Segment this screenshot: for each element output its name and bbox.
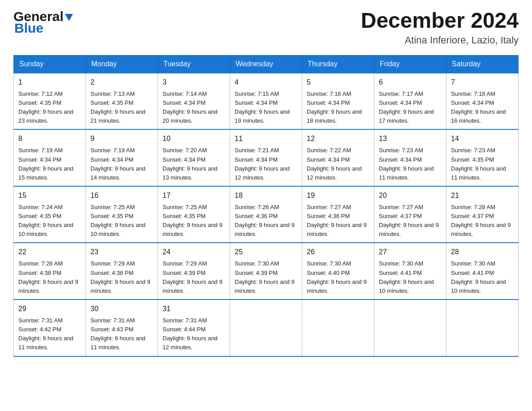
- calendar-cell: 16Sunrise: 7:25 AMSunset: 4:35 PMDayligh…: [86, 186, 158, 243]
- day-info: Sunrise: 7:27 AMSunset: 4:37 PMDaylight:…: [379, 203, 442, 239]
- day-info: Sunrise: 7:31 AMSunset: 4:42 PMDaylight:…: [18, 316, 81, 352]
- day-number: 31: [163, 304, 225, 314]
- day-info: Sunrise: 7:29 AMSunset: 4:39 PMDaylight:…: [163, 259, 225, 295]
- page-header: General Blue December 2024 Atina Inferio…: [13, 9, 519, 46]
- calendar-cell: 21Sunrise: 7:28 AMSunset: 4:37 PMDayligh…: [446, 186, 519, 243]
- weekday-header-friday: Friday: [374, 55, 446, 73]
- calendar-cell: 14Sunrise: 7:23 AMSunset: 4:35 PMDayligh…: [446, 129, 519, 186]
- day-info: Sunrise: 7:19 AMSunset: 4:34 PMDaylight:…: [90, 146, 153, 182]
- day-number: 8: [18, 133, 81, 144]
- day-number: 2: [90, 77, 153, 88]
- weekday-header-thursday: Thursday: [302, 55, 374, 73]
- day-info: Sunrise: 7:30 AMSunset: 4:40 PMDaylight:…: [307, 259, 369, 295]
- day-info: Sunrise: 7:18 AMSunset: 4:34 PMDaylight:…: [451, 90, 514, 126]
- calendar-week-row: 8Sunrise: 7:19 AMSunset: 4:34 PMDaylight…: [14, 129, 519, 186]
- day-number: 24: [163, 247, 225, 257]
- day-number: 21: [451, 190, 514, 201]
- weekday-header-row: SundayMondayTuesdayWednesdayThursdayFrid…: [14, 55, 519, 73]
- weekday-header-saturday: Saturday: [446, 55, 519, 73]
- calendar-cell: [230, 300, 302, 356]
- calendar-cell: 25Sunrise: 7:30 AMSunset: 4:39 PMDayligh…: [230, 243, 302, 300]
- calendar-week-row: 22Sunrise: 7:28 AMSunset: 4:38 PMDayligh…: [14, 243, 519, 300]
- day-info: Sunrise: 7:25 AMSunset: 4:35 PMDaylight:…: [163, 203, 225, 239]
- calendar-cell: 30Sunrise: 7:31 AMSunset: 4:43 PMDayligh…: [86, 300, 158, 356]
- day-info: Sunrise: 7:30 AMSunset: 4:41 PMDaylight:…: [379, 259, 442, 295]
- title-block: December 2024 Atina Inferiore, Lazio, It…: [361, 9, 519, 46]
- calendar-cell: 26Sunrise: 7:30 AMSunset: 4:40 PMDayligh…: [302, 243, 374, 300]
- calendar-cell: 28Sunrise: 7:30 AMSunset: 4:41 PMDayligh…: [446, 243, 519, 300]
- day-info: Sunrise: 7:14 AMSunset: 4:34 PMDaylight:…: [163, 90, 225, 126]
- day-number: 1: [18, 77, 81, 88]
- day-number: 17: [163, 190, 225, 201]
- day-number: 23: [90, 247, 153, 257]
- day-number: 16: [90, 190, 153, 201]
- day-info: Sunrise: 7:20 AMSunset: 4:34 PMDaylight:…: [163, 146, 225, 182]
- calendar-table: SundayMondayTuesdayWednesdayThursdayFrid…: [13, 55, 519, 357]
- day-number: 12: [307, 133, 369, 144]
- day-info: Sunrise: 7:12 AMSunset: 4:35 PMDaylight:…: [18, 90, 81, 126]
- calendar-cell: 8Sunrise: 7:19 AMSunset: 4:34 PMDaylight…: [14, 129, 86, 186]
- calendar-cell: 10Sunrise: 7:20 AMSunset: 4:34 PMDayligh…: [158, 129, 230, 186]
- day-number: 10: [163, 133, 225, 144]
- day-number: 19: [307, 190, 369, 201]
- day-number: 29: [18, 304, 81, 314]
- day-number: 15: [18, 190, 81, 201]
- calendar-week-row: 15Sunrise: 7:24 AMSunset: 4:35 PMDayligh…: [14, 186, 519, 243]
- day-info: Sunrise: 7:23 AMSunset: 4:35 PMDaylight:…: [451, 146, 514, 182]
- logo-blue-text: Blue: [14, 21, 43, 36]
- weekday-header-sunday: Sunday: [14, 55, 86, 73]
- day-info: Sunrise: 7:31 AMSunset: 4:44 PMDaylight:…: [163, 316, 225, 352]
- calendar-cell: 1Sunrise: 7:12 AMSunset: 4:35 PMDaylight…: [14, 73, 86, 130]
- calendar-cell: 12Sunrise: 7:22 AMSunset: 4:34 PMDayligh…: [302, 129, 374, 186]
- calendar-cell: 27Sunrise: 7:30 AMSunset: 4:41 PMDayligh…: [374, 243, 446, 300]
- calendar-cell: [446, 300, 519, 356]
- day-number: 27: [379, 247, 442, 257]
- day-number: 11: [235, 133, 297, 144]
- calendar-cell: 19Sunrise: 7:27 AMSunset: 4:36 PMDayligh…: [302, 186, 374, 243]
- weekday-header-monday: Monday: [86, 55, 158, 73]
- calendar-cell: 17Sunrise: 7:25 AMSunset: 4:35 PMDayligh…: [158, 186, 230, 243]
- calendar-cell: 13Sunrise: 7:23 AMSunset: 4:34 PMDayligh…: [374, 129, 446, 186]
- calendar-cell: 15Sunrise: 7:24 AMSunset: 4:35 PMDayligh…: [14, 186, 86, 243]
- logo: General Blue: [13, 9, 74, 36]
- day-info: Sunrise: 7:27 AMSunset: 4:36 PMDaylight:…: [307, 203, 369, 239]
- calendar-cell: [374, 300, 446, 356]
- day-info: Sunrise: 7:23 AMSunset: 4:34 PMDaylight:…: [379, 146, 442, 182]
- day-number: 28: [451, 247, 514, 257]
- calendar-cell: 4Sunrise: 7:15 AMSunset: 4:34 PMDaylight…: [230, 73, 302, 130]
- day-number: 9: [90, 133, 153, 144]
- day-info: Sunrise: 7:17 AMSunset: 4:34 PMDaylight:…: [379, 90, 442, 126]
- day-info: Sunrise: 7:28 AMSunset: 4:37 PMDaylight:…: [451, 203, 514, 239]
- calendar-cell: 5Sunrise: 7:16 AMSunset: 4:34 PMDaylight…: [302, 73, 374, 130]
- day-info: Sunrise: 7:21 AMSunset: 4:34 PMDaylight:…: [235, 146, 297, 182]
- page-title: December 2024: [361, 9, 519, 33]
- day-number: 30: [90, 304, 153, 314]
- day-number: 22: [18, 247, 81, 257]
- calendar-week-row: 29Sunrise: 7:31 AMSunset: 4:42 PMDayligh…: [14, 300, 519, 356]
- weekday-header-tuesday: Tuesday: [158, 55, 230, 73]
- day-info: Sunrise: 7:30 AMSunset: 4:41 PMDaylight:…: [451, 259, 514, 295]
- calendar-cell: 20Sunrise: 7:27 AMSunset: 4:37 PMDayligh…: [374, 186, 446, 243]
- calendar-cell: [302, 300, 374, 356]
- calendar-cell: 18Sunrise: 7:26 AMSunset: 4:36 PMDayligh…: [230, 186, 302, 243]
- calendar-cell: 11Sunrise: 7:21 AMSunset: 4:34 PMDayligh…: [230, 129, 302, 186]
- day-info: Sunrise: 7:26 AMSunset: 4:36 PMDaylight:…: [235, 203, 297, 239]
- page-location: Atina Inferiore, Lazio, Italy: [361, 34, 519, 46]
- day-info: Sunrise: 7:19 AMSunset: 4:34 PMDaylight:…: [18, 146, 81, 182]
- day-info: Sunrise: 7:15 AMSunset: 4:34 PMDaylight:…: [235, 90, 297, 126]
- calendar-cell: 23Sunrise: 7:29 AMSunset: 4:38 PMDayligh…: [86, 243, 158, 300]
- calendar-cell: 7Sunrise: 7:18 AMSunset: 4:34 PMDaylight…: [446, 73, 519, 130]
- weekday-header-wednesday: Wednesday: [230, 55, 302, 73]
- day-number: 4: [235, 77, 297, 88]
- day-info: Sunrise: 7:16 AMSunset: 4:34 PMDaylight:…: [307, 90, 369, 126]
- day-number: 14: [451, 133, 514, 144]
- calendar-cell: 2Sunrise: 7:13 AMSunset: 4:35 PMDaylight…: [86, 73, 158, 130]
- day-info: Sunrise: 7:13 AMSunset: 4:35 PMDaylight:…: [90, 90, 153, 126]
- day-number: 13: [379, 133, 442, 144]
- day-number: 6: [379, 77, 442, 88]
- day-info: Sunrise: 7:25 AMSunset: 4:35 PMDaylight:…: [90, 203, 153, 239]
- day-number: 3: [163, 77, 225, 88]
- logo-triangle-icon: [64, 12, 74, 22]
- day-number: 25: [235, 247, 297, 257]
- day-number: 26: [307, 247, 369, 257]
